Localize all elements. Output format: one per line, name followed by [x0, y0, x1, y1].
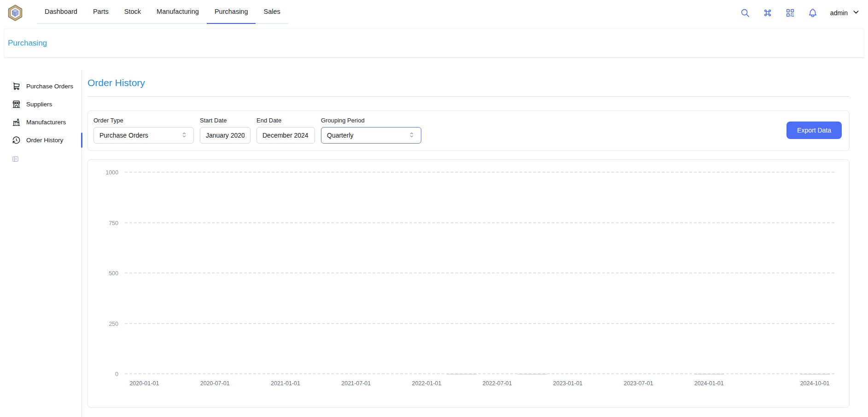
select-chevrons-icon	[408, 131, 415, 140]
chevron-down-icon	[852, 8, 860, 17]
tab-manufacturing[interactable]: Manufacturing	[149, 0, 207, 24]
inventree-logo-icon	[6, 4, 24, 22]
page-title: Order History	[87, 77, 853, 88]
x-axis-tick-label: 2022-01-01	[412, 380, 442, 387]
x-axis-tick-label: 2020-01-01	[129, 380, 159, 387]
user-menu[interactable]: admin	[830, 8, 860, 17]
grouping-period-select[interactable]: Quarterly	[321, 127, 421, 144]
end-date-group: End Date	[256, 117, 315, 144]
y-axis-tick-label: 750	[109, 220, 118, 226]
filter-card: Order Type Purchase Orders Start Date En…	[87, 110, 850, 151]
grouping-period-value: Quarterly	[327, 132, 354, 139]
search-icon[interactable]	[740, 8, 750, 18]
main-panel: Order History Order Type Purchase Orders…	[82, 70, 868, 417]
order-type-label: Order Type	[93, 117, 194, 124]
tab-stock[interactable]: Stock	[117, 0, 149, 24]
x-axis-tick-label: 2023-01-01	[553, 380, 583, 387]
x-axis-tick-label: 2022-07-01	[483, 380, 512, 387]
start-date-label: Start Date	[200, 117, 250, 124]
sidebar-collapse-button[interactable]	[0, 151, 82, 167]
building-factory-icon	[12, 118, 21, 127]
order-type-group: Order Type Purchase Orders	[93, 117, 194, 144]
breadcrumb-bar: Purchasing	[4, 29, 864, 58]
x-axis-tick-label: 2024-01-01	[694, 380, 724, 387]
sidebar-item-label: Order History	[26, 137, 63, 144]
gridline-y-500: 500	[125, 272, 834, 273]
bell-icon[interactable]	[808, 8, 818, 18]
main-nav-tabs: Dashboard Parts Stock Manufacturing Purc…	[37, 0, 288, 24]
app-logo[interactable]	[6, 0, 24, 26]
x-axis-tick-label: 2020-07-01	[200, 380, 230, 387]
order-type-value: Purchase Orders	[99, 132, 148, 139]
purchasing-sidebar: Purchase Orders Suppliers Manufacturers …	[0, 70, 82, 417]
sidebar-collapse-icon	[12, 156, 19, 162]
username-label: admin	[830, 9, 848, 17]
shopping-cart-icon	[12, 82, 21, 91]
start-date-input[interactable]	[206, 132, 245, 139]
history-clock-icon	[12, 136, 21, 145]
page-body: Purchase Orders Suppliers Manufacturers …	[0, 58, 868, 417]
tab-sales[interactable]: Sales	[256, 0, 288, 24]
tab-dashboard[interactable]: Dashboard	[37, 0, 85, 24]
top-navbar: Dashboard Parts Stock Manufacturing Purc…	[0, 0, 868, 26]
y-axis-tick-label: 500	[109, 270, 118, 277]
end-date-field-wrap	[256, 127, 315, 144]
gridline-y-1000: 1000	[125, 172, 834, 173]
breadcrumb-purchasing[interactable]: Purchasing	[8, 39, 47, 47]
end-date-input[interactable]	[262, 132, 309, 139]
x-axis-tick-label: 2024-10-01	[800, 380, 830, 387]
gridline-y-250: 250	[125, 323, 834, 324]
sidebar-item-manufacturers[interactable]: Manufacturers	[0, 113, 82, 131]
start-date-group: Start Date	[200, 117, 250, 144]
grouping-period-group: Grouping Period Quarterly	[321, 117, 421, 144]
select-chevrons-icon	[181, 131, 188, 140]
gridline-y-0: 0	[125, 373, 834, 374]
grouping-period-label: Grouping Period	[321, 117, 421, 124]
building-store-icon	[12, 100, 21, 109]
tab-parts[interactable]: Parts	[85, 0, 117, 24]
y-axis-tick-label: 0	[115, 371, 118, 377]
x-axis-tick-label: 2021-07-01	[341, 380, 371, 387]
x-axis-tick-label: 2021-01-01	[271, 380, 300, 387]
sidebar-item-label: Manufacturers	[26, 119, 66, 126]
title-divider	[87, 96, 850, 97]
y-axis-tick-label: 1000	[105, 169, 118, 176]
tab-purchasing[interactable]: Purchasing	[207, 0, 256, 24]
stacked-bar-chart[interactable]: 025050075010002020-01-012020-07-012021-0…	[125, 173, 834, 374]
end-date-label: End Date	[256, 117, 315, 124]
sidebar-item-label: Purchase Orders	[26, 83, 73, 90]
order-type-select[interactable]: Purchase Orders	[93, 127, 194, 144]
y-axis-tick-label: 250	[109, 321, 118, 327]
gridline-y-750: 750	[125, 222, 834, 223]
navbar-actions: admin	[740, 0, 860, 26]
command-icon[interactable]	[763, 8, 773, 18]
sidebar-item-order-history[interactable]: Order History	[0, 131, 82, 149]
order-history-chart-card: 025050075010002020-01-012020-07-012021-0…	[87, 159, 850, 408]
sidebar-item-suppliers[interactable]: Suppliers	[0, 95, 82, 113]
sidebar-item-purchase-orders[interactable]: Purchase Orders	[0, 77, 82, 95]
x-axis-tick-label: 2023-07-01	[623, 380, 653, 387]
qrcode-scan-icon[interactable]	[785, 8, 795, 18]
export-data-button[interactable]: Export Data	[786, 122, 842, 139]
sidebar-item-label: Suppliers	[26, 101, 52, 108]
start-date-field-wrap	[200, 127, 250, 144]
